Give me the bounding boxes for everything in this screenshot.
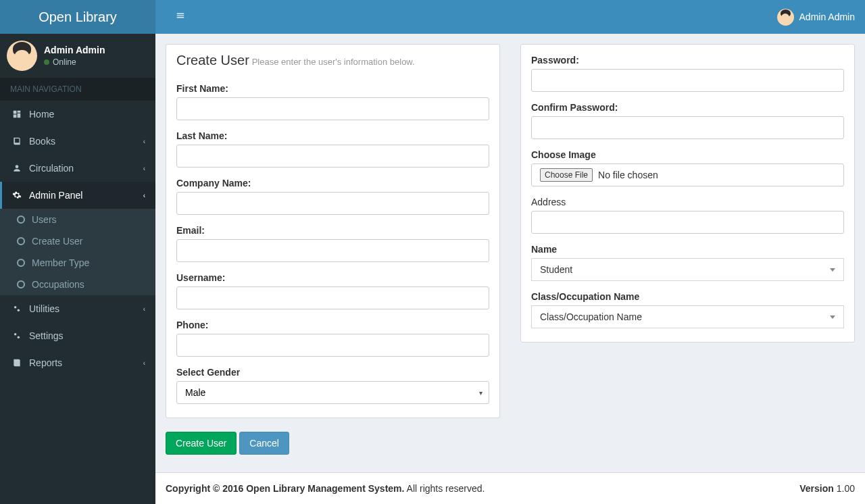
svg-point-2: [14, 333, 17, 336]
username-input[interactable]: [176, 286, 489, 309]
submenu-item-users[interactable]: Users: [0, 209, 155, 230]
email-input[interactable]: [176, 239, 489, 262]
dashboard-icon: [10, 109, 24, 119]
sidebar-toggle-button[interactable]: [166, 1, 195, 33]
sidebar-user-panel: Admin Admin Online: [0, 34, 155, 78]
admin-submenu: Users Create User Member Type Occupation…: [0, 209, 155, 295]
file-input[interactable]: Choose File No file chosen: [531, 163, 844, 186]
confirm-password-label: Confirm Password:: [531, 102, 844, 113]
class-occupation-label: Class/Occupation Name: [531, 291, 844, 302]
gears-icon: [10, 331, 24, 341]
submenu-label: Member Type: [32, 257, 89, 268]
password-input[interactable]: [531, 69, 844, 92]
page-subtitle: Please enter the user's information belo…: [252, 57, 415, 67]
app-logo[interactable]: Open Library: [0, 0, 155, 34]
navbar-user-menu[interactable]: Admin Admin: [777, 9, 855, 26]
member-name-label: Name: [531, 244, 844, 255]
phone-input[interactable]: [176, 334, 489, 357]
avatar: [777, 9, 794, 26]
sidebar-item-label: Reports: [29, 357, 62, 368]
address-input[interactable]: [531, 211, 844, 234]
svg-point-1: [18, 309, 20, 312]
submenu-item-create-user[interactable]: Create User: [0, 230, 155, 252]
chevron-left-icon: ‹: [143, 192, 145, 199]
sidebar-item-utilities[interactable]: Utilities ‹: [0, 295, 155, 322]
gender-select[interactable]: Male: [176, 381, 489, 404]
main-footer: Copyright © 2016 Open Library Management…: [155, 472, 865, 504]
submenu-label: Users: [32, 214, 57, 225]
first-name-label: First Name:: [176, 83, 489, 94]
hamburger-icon: [176, 11, 185, 20]
choose-image-label: Choose Image: [531, 149, 844, 160]
file-status-text: No file chosen: [598, 170, 658, 180]
cancel-button[interactable]: Cancel: [239, 432, 289, 455]
sidebar-item-admin-panel[interactable]: Admin Panel ‹: [0, 182, 155, 209]
footer-copyright-bold: Copyright © 2016 Open Library Management…: [166, 483, 404, 494]
member-type-select[interactable]: Student: [531, 258, 844, 281]
caret-icon: [830, 268, 835, 272]
sidebar-item-settings[interactable]: Settings: [0, 322, 155, 349]
password-label: Password:: [531, 55, 844, 66]
sidebar-item-reports[interactable]: Reports ‹: [0, 349, 155, 376]
last-name-input[interactable]: [176, 145, 489, 168]
sidebar-item-label: Admin Panel: [29, 190, 82, 201]
svg-point-0: [14, 306, 17, 309]
class-occupation-value: Class/Occupation Name: [540, 311, 642, 322]
username-label: Username:: [176, 272, 489, 283]
circle-icon: [17, 259, 25, 267]
avatar: [7, 41, 37, 71]
gender-label: Select Gender: [176, 367, 489, 378]
circle-icon: [17, 237, 25, 245]
member-type-value: Student: [540, 264, 572, 275]
create-user-button[interactable]: Create User: [166, 432, 237, 455]
submenu-item-occupations[interactable]: Occupations: [0, 274, 155, 295]
footer-version-label: Version: [799, 483, 834, 494]
sidebar-item-label: Settings: [29, 330, 64, 341]
chevron-left-icon: ‹: [143, 165, 145, 172]
gears-icon: [10, 304, 24, 313]
sidebar-item-home[interactable]: Home: [0, 101, 155, 128]
submenu-label: Occupations: [32, 279, 84, 290]
sidebar-item-books[interactable]: Books ‹: [0, 128, 155, 155]
sidebar-user-status: Online: [44, 57, 105, 67]
status-dot-icon: [44, 59, 49, 65]
chevron-left-icon: ‹: [143, 305, 145, 313]
sidebar-item-circulation[interactable]: Circulation ‹: [0, 155, 155, 182]
sidebar: Admin Admin Online MAIN NAVIGATION Home …: [0, 34, 155, 504]
sidebar-item-label: Books: [29, 136, 55, 147]
gear-icon: [10, 191, 24, 200]
sidebar-item-label: Utilities: [29, 303, 59, 314]
nav-section-header: MAIN NAVIGATION: [0, 78, 155, 101]
circle-icon: [17, 280, 25, 288]
navbar-user-name: Admin Admin: [799, 11, 855, 22]
circle-icon: [17, 216, 25, 224]
create-user-form-box-right: Password: Confirm Password: Choose Image: [520, 44, 855, 343]
content-wrapper: Create User Please enter the user's info…: [155, 34, 865, 472]
sidebar-item-label: Home: [29, 109, 54, 120]
sidebar-item-label: Circulation: [29, 163, 74, 174]
main-header: Open Library Admin Admin: [0, 0, 865, 34]
phone-label: Phone:: [176, 320, 489, 330]
page-title: Create User: [176, 53, 249, 68]
footer-copyright-text: All rights reserved.: [404, 483, 485, 494]
book-icon: [10, 358, 24, 368]
sidebar-user-name: Admin Admin: [44, 45, 105, 55]
choose-file-button[interactable]: Choose File: [540, 168, 593, 182]
book-icon: [10, 136, 24, 146]
confirm-password-input[interactable]: [531, 116, 844, 139]
create-user-form-box-left: Create User Please enter the user's info…: [166, 44, 500, 418]
footer-version: 1.00: [834, 483, 855, 494]
last-name-label: Last Name:: [176, 130, 489, 141]
submenu-label: Create User: [32, 236, 82, 247]
company-name-label: Company Name:: [176, 178, 489, 188]
address-label: Address: [531, 197, 844, 207]
caret-icon: [830, 316, 835, 319]
submenu-item-member-type[interactable]: Member Type: [0, 252, 155, 274]
company-name-input[interactable]: [176, 192, 489, 215]
first-name-input[interactable]: [176, 97, 489, 120]
class-occupation-select[interactable]: Class/Occupation Name: [531, 305, 844, 328]
user-icon: [10, 163, 24, 173]
sidebar-menu: Home Books ‹ Circulation ‹: [0, 101, 155, 376]
svg-point-3: [18, 336, 20, 339]
chevron-left-icon: ‹: [143, 359, 145, 367]
